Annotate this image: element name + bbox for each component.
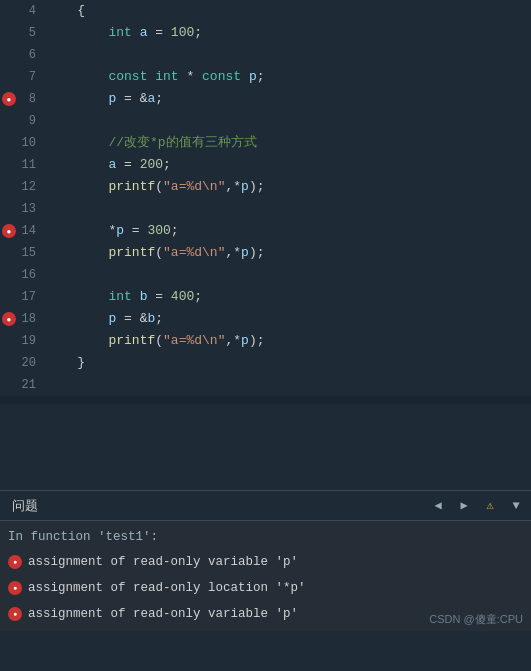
token-str: "a=%d\n" [163,179,225,194]
code-editor: 4 {5 int a = 100;67 const int * const p;… [0,0,531,490]
token-kw: int [155,69,178,84]
token-plain: ; [155,91,163,106]
line-gutter: 13 [0,202,38,216]
token-kw: const [202,69,241,84]
line-number: 17 [18,290,36,304]
token-plain: ; [171,223,179,238]
code-line: 5 int a = 100; [0,22,531,44]
line-gutter: 21 [0,378,38,392]
line-gutter: 7 [0,70,38,84]
token-plain: ,* [225,179,241,194]
line-number: 18 [18,312,36,326]
code-body: printf("a=%d\n",*p); [38,242,531,264]
token-plain: ); [249,245,265,260]
line-number: 9 [18,114,36,128]
warning-filter-icon[interactable]: ⚠ [479,495,501,517]
token-plain: ); [249,333,265,348]
error-dot: ● [8,581,22,595]
line-number: 21 [18,378,36,392]
token-plain: ( [155,245,163,260]
token-num: 300 [147,223,170,238]
token-plain [46,245,108,260]
token-plain: ; [194,289,202,304]
token-plain [46,25,108,40]
line-gutter: 17 [0,290,38,304]
token-plain: ; [257,69,265,84]
prev-icon[interactable]: ◀ [427,495,449,517]
code-body: //改变*p的值有三种方式 [38,132,531,154]
token-num: 200 [140,157,163,172]
line-number: 15 [18,246,36,260]
line-number: 11 [18,158,36,172]
code-line: 10 //改变*p的值有三种方式 [0,132,531,154]
panel-tabs: 问题 ◀ ▶ ⚠ ▼ [0,491,531,521]
error-item[interactable]: ●assignment of read-only location '*p' [0,575,531,601]
line-number: 10 [18,136,36,150]
line-gutter: 11 [0,158,38,172]
code-body: *p = 300; [38,220,531,242]
token-plain: = [147,25,170,40]
horizontal-scrollbar[interactable] [0,396,531,404]
token-var: p [241,333,249,348]
token-plain: ); [249,179,265,194]
line-number: 5 [18,26,36,40]
code-body: a = 200; [38,154,531,176]
line-gutter: ●18 [0,312,38,326]
code-line: 12 printf("a=%d\n",*p); [0,176,531,198]
error-message: assignment of read-only variable 'p' [28,555,298,569]
token-plain: { [46,3,85,18]
line-gutter: 19 [0,334,38,348]
next-icon[interactable]: ▶ [453,495,475,517]
token-comment: //改变*p的值有三种方式 [108,135,256,150]
fn-header: In function 'test1': [0,525,531,549]
code-line: 9 [0,110,531,132]
token-plain: ; [194,25,202,40]
token-plain: ( [155,333,163,348]
token-plain: = [116,157,139,172]
code-line: ●18 p = &b; [0,308,531,330]
line-number: 14 [18,224,36,238]
code-body: const int * const p; [38,66,531,88]
token-plain: = & [116,91,147,106]
line-gutter: 9 [0,114,38,128]
code-line: 17 int b = 400; [0,286,531,308]
token-plain [132,25,140,40]
token-func: printf [108,245,155,260]
line-gutter: 20 [0,356,38,370]
tab-problems[interactable]: 问题 [4,497,46,515]
line-number: 4 [18,4,36,18]
code-line: ●14 *p = 300; [0,220,531,242]
token-kw: const [108,69,147,84]
token-plain [46,69,108,84]
filter-icon[interactable]: ▼ [505,495,527,517]
line-number: 6 [18,48,36,62]
token-plain [46,311,108,326]
line-gutter: ●14 [0,224,38,238]
line-number: 19 [18,334,36,348]
token-plain: ,* [225,245,241,260]
error-indicator: ● [2,92,16,106]
code-body: printf("a=%d\n",*p); [38,176,531,198]
error-message: assignment of read-only variable 'p' [28,607,298,621]
token-var: p [116,223,124,238]
token-plain [46,179,108,194]
error-dot: ● [8,555,22,569]
line-number: 7 [18,70,36,84]
code-body: printf("a=%d\n",*p); [38,330,531,352]
token-str: "a=%d\n" [163,333,225,348]
code-line: ●8 p = &a; [0,88,531,110]
token-kw: int [108,289,131,304]
error-item[interactable]: ●assignment of read-only variable 'p' [0,549,531,575]
token-func: printf [108,179,155,194]
token-plain: ( [155,179,163,194]
line-gutter: 12 [0,180,38,194]
token-func: printf [108,333,155,348]
tab-icon-bar: ◀ ▶ ⚠ ▼ [427,495,527,517]
code-line: 11 a = 200; [0,154,531,176]
code-line: 19 printf("a=%d\n",*p); [0,330,531,352]
code-body: p = &a; [38,88,531,110]
line-number: 12 [18,180,36,194]
error-message: assignment of read-only location '*p' [28,581,306,595]
line-gutter: ●8 [0,92,38,106]
token-str: "a=%d\n" [163,245,225,260]
